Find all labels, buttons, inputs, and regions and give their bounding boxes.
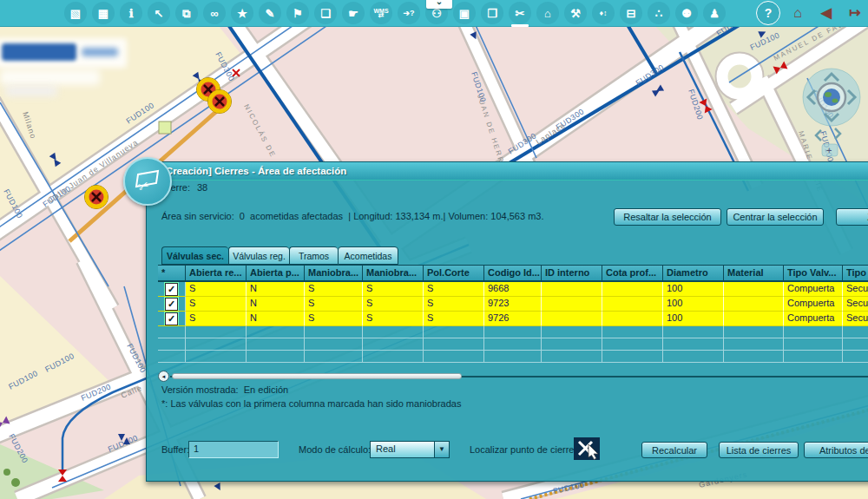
maniobrada-checkbox[interactable]: ✓ (165, 283, 178, 296)
map-select-icon[interactable]: ☛ (342, 2, 365, 24)
dialog-title[interactable]: [Creación] Cierres - Área de afectación (147, 162, 868, 181)
table-cell[interactable]: S (424, 297, 484, 312)
table-icon[interactable]: ▦ (92, 2, 115, 24)
map-scissors-icon[interactable]: ✂ (509, 2, 531, 24)
table-cell[interactable]: S (424, 282, 484, 297)
help-go-icon[interactable]: ➔? (398, 2, 420, 24)
map-icon[interactable]: ▧ (64, 2, 87, 24)
table-cell[interactable]: S (305, 312, 363, 326)
table-cell[interactable]: N (247, 297, 305, 312)
zoom-seleccion-button[interactable]: Zoom... (836, 208, 868, 226)
table-cell[interactable]: 100 (663, 312, 724, 326)
table-cell[interactable] (542, 312, 602, 326)
water-exchange-icon[interactable]: ♦↕ (592, 2, 615, 24)
tab-v-lvulas-reg-[interactable]: Válvulas reg. (228, 246, 289, 265)
palette-icon[interactable]: ⚉ (675, 2, 698, 24)
column-header[interactable]: Tipo (843, 265, 868, 282)
maniobrada-checkbox[interactable]: ✓ (165, 312, 178, 325)
home-red-icon[interactable]: ⌂ (786, 2, 809, 24)
valve-row[interactable]: ✓SNSSS9726100CompuertaSecundaria (158, 312, 868, 326)
selected-valve-icon[interactable] (208, 90, 232, 114)
column-header[interactable]: Codigo Id... (484, 265, 542, 282)
table-cell[interactable]: S (186, 312, 247, 326)
tab-acometidas[interactable]: Acometidas (338, 246, 398, 265)
table-cell[interactable]: S (305, 282, 363, 297)
table-cell[interactable]: S (305, 297, 363, 312)
column-header[interactable]: Pol.Corte (424, 265, 484, 282)
lista-cierres-button[interactable]: Lista de cierres (719, 442, 799, 458)
localizar-punto-button[interactable] (574, 437, 600, 460)
binoculars-icon[interactable]: ∞ (203, 2, 226, 24)
share-icon[interactable]: ∴ (648, 2, 670, 24)
column-header[interactable]: ID interno (542, 265, 602, 282)
table-cell[interactable]: 9668 (484, 282, 542, 297)
table-cell[interactable]: S (363, 312, 424, 326)
tab-v-lvulas-sec-[interactable]: Válvulas sec. (161, 246, 228, 265)
valve-row[interactable]: ✓SNSSS9723100CompuertaSecundaria (158, 297, 868, 312)
valve-row[interactable]: ✓SNSSS9668100CompuertaSecundaria (158, 282, 868, 297)
tools-icon[interactable]: ⚒ (564, 2, 587, 24)
table-cell[interactable]: Compuerta (784, 312, 843, 326)
table-cell[interactable]: Compuerta (784, 282, 843, 297)
exit-red-icon[interactable]: ↦ (844, 2, 866, 24)
centrar-seleccion-button[interactable]: Centrar la selección (727, 208, 824, 226)
tab-tramos[interactable]: Tramos (289, 246, 338, 265)
table-cell[interactable]: S (363, 282, 424, 297)
star-icon[interactable]: ★ (231, 2, 253, 24)
table-cell[interactable]: 100 (663, 282, 724, 297)
print-icon[interactable]: ▣ (453, 2, 476, 24)
modo-calculo-select[interactable]: Real ▼ (370, 441, 450, 458)
table-cell[interactable]: S (186, 297, 247, 312)
wms-icon[interactable]: WMS⇄ (370, 2, 392, 24)
table-cell[interactable] (602, 282, 663, 297)
table-cell[interactable]: 100 (663, 297, 724, 312)
table-cell[interactable]: S (424, 312, 484, 326)
column-header[interactable]: Maniobra... (363, 265, 424, 282)
dropdown-arrow-icon[interactable]: ▼ (434, 442, 449, 457)
column-header[interactable]: Maniobra... (305, 265, 363, 282)
table-cell[interactable]: N (247, 282, 305, 297)
table-horizontal-scrollbar[interactable]: ◄ (158, 371, 868, 382)
recalcular-button[interactable]: Recalcular (641, 442, 707, 458)
table-cell[interactable] (542, 297, 602, 312)
table-cell[interactable] (542, 282, 602, 297)
column-header[interactable]: Tipo Valv... (784, 265, 843, 282)
map-route-icon[interactable]: ❏ (314, 2, 337, 24)
table-cell[interactable]: 9723 (484, 297, 542, 312)
table-cell[interactable] (724, 312, 784, 326)
comment-icon[interactable]: ⊟ (620, 2, 642, 24)
table-cell[interactable]: Secundaria (843, 312, 868, 326)
table-cell[interactable] (602, 297, 663, 312)
layers-icon[interactable]: ⧉ (175, 2, 198, 24)
column-header[interactable]: Material (724, 265, 784, 282)
home-icon[interactable]: ⌂ (536, 2, 559, 24)
scrollbar-thumb[interactable] (172, 373, 462, 379)
column-header[interactable]: Cota prof... (602, 265, 663, 282)
table-cell[interactable] (724, 297, 784, 312)
maniobrada-checkbox[interactable]: ✓ (165, 298, 178, 311)
table-cell[interactable]: Secundaria (843, 282, 868, 297)
column-header[interactable]: Abierta p... (247, 265, 305, 282)
info-icon[interactable]: ℹ (120, 2, 142, 24)
table-cell[interactable]: S (186, 282, 247, 297)
column-header[interactable]: Diametro (663, 265, 724, 282)
edit-icon[interactable]: ✎ (259, 2, 281, 24)
resaltar-seleccion-button[interactable]: Resaltar la selección (614, 208, 721, 226)
table-cell[interactable] (724, 282, 784, 297)
table-cell[interactable] (602, 312, 663, 326)
table-cell[interactable]: N (247, 312, 305, 326)
map-flag-icon[interactable]: ⚑ (286, 2, 309, 24)
help-icon[interactable]: ? (756, 1, 780, 25)
print-copies-icon[interactable]: ❒ (481, 2, 503, 24)
screen-users-icon[interactable]: ⚇ (425, 2, 448, 24)
table-cell[interactable]: 9726 (484, 312, 542, 326)
scroll-left-button[interactable]: ◄ (158, 371, 169, 382)
selected-point-marker[interactable] (159, 121, 171, 134)
column-header[interactable]: Abierta re... (186, 265, 247, 282)
table-cell[interactable]: Secundaria (843, 297, 868, 312)
table-cell[interactable]: Compuerta (784, 297, 843, 312)
table-cell[interactable]: S (363, 297, 424, 312)
atributos-cierre-button[interactable]: Atributos del Cierre (804, 442, 868, 458)
selected-valve-icon[interactable] (85, 186, 108, 209)
buffer-input[interactable]: 1 (188, 441, 279, 458)
